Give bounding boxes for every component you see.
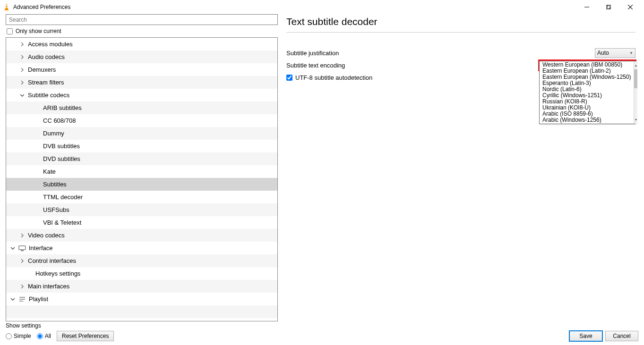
only-show-current-checkbox[interactable]: Only show current	[6, 25, 278, 37]
chevron-right-icon[interactable]	[19, 68, 25, 72]
tree-item-label: Subtitles	[43, 181, 67, 188]
footer: Show settings Simple All Reset Preferenc…	[0, 321, 644, 341]
svg-rect-3	[6, 7, 8, 8]
close-button[interactable]	[619, 0, 641, 14]
chevron-right-icon[interactable]	[19, 81, 25, 84]
tree-item-label: DVB subtitles	[43, 143, 80, 150]
tree-item-label: Audio codecs	[28, 53, 65, 60]
dropdown-option[interactable]: Cyrillic (Windows-1251)	[540, 93, 634, 99]
tree-item-label: ARIB subtitles	[43, 104, 82, 111]
chevron-right-icon[interactable]	[19, 234, 25, 237]
tree-item[interactable]: Main interfaces	[6, 280, 277, 293]
panel-title: Text subtitle decoder	[286, 14, 635, 33]
tree-item[interactable]: Stream filters	[6, 76, 277, 89]
dropdown-option[interactable]: Eastern European (Latin-2)	[540, 68, 634, 74]
dropdown-option[interactable]: Western European (IBM 00850)	[540, 62, 634, 68]
tree-item[interactable]: Access modules	[6, 38, 277, 50]
tree-item-label: DVD subtitles	[43, 155, 80, 162]
tree-item-label: Subtitle codecs	[28, 92, 69, 99]
scroll-up-button[interactable]: ▲	[634, 61, 637, 69]
tree-item[interactable]: Playlist	[6, 293, 277, 305]
subtitle-justification-combo[interactable]: Auto ▼	[595, 48, 635, 58]
dropdown-option[interactable]: Arabic (ISO 8859-6)	[540, 111, 634, 117]
tree-scroll[interactable]: Access modulesAudio codecsDemuxersStream…	[6, 38, 277, 321]
chevron-down-icon[interactable]	[19, 93, 25, 97]
titlebar: Advanced Preferences	[0, 0, 644, 14]
tree-item[interactable]: USFSubs	[6, 203, 277, 216]
chevron-down-icon[interactable]	[10, 297, 16, 301]
tree-item[interactable]	[6, 305, 277, 318]
utf8-autodetect-label: UTF-8 subtitle autodetection	[295, 74, 372, 81]
tree-item-label: TTML decoder	[43, 194, 83, 201]
dropdown-option[interactable]: Arabic (Windows-1256)	[540, 117, 634, 123]
tree-item[interactable]: Kate	[6, 165, 277, 178]
chevron-right-icon[interactable]	[19, 285, 25, 288]
tree-item[interactable]: Subtitles	[6, 178, 277, 191]
tree-item-label: Dummy	[43, 130, 64, 137]
tree-item[interactable]: Control interfaces	[6, 254, 277, 267]
chevron-right-icon[interactable]	[19, 42, 25, 46]
tree-item-label: Demuxers	[28, 66, 56, 73]
tree-item-label: CC 608/708	[43, 117, 76, 124]
tree-item-label: Main interfaces	[28, 283, 69, 290]
svg-rect-6	[607, 5, 611, 8]
show-settings-label: Show settings	[6, 322, 114, 329]
chevron-down-icon[interactable]	[10, 246, 16, 250]
window-title: Advanced Preferences	[13, 4, 70, 10]
tree-item[interactable]: VBI & Teletext	[6, 216, 277, 229]
tree-item[interactable]: Interface	[6, 242, 277, 254]
dropdown-option[interactable]: Eastern European (Windows-1250)	[540, 74, 634, 80]
encoding-dropdown-list[interactable]: Western European (IBM 00850)Eastern Euro…	[539, 61, 635, 124]
only-show-current-box[interactable]	[7, 28, 13, 34]
chevron-right-icon[interactable]	[19, 55, 25, 59]
scroll-down-button[interactable]: ▼	[634, 116, 637, 124]
search-input[interactable]	[6, 14, 278, 25]
tree-item[interactable]: TTML decoder	[6, 191, 277, 203]
all-radio[interactable]: All	[37, 333, 51, 339]
tree-item-label: Interface	[29, 244, 53, 252]
tree-item[interactable]: Video codecs	[6, 229, 277, 242]
playlist-icon	[18, 295, 26, 303]
vlc-cone-icon	[3, 3, 10, 11]
scroll-thumb[interactable]	[634, 69, 637, 88]
chevron-down-icon: ▼	[629, 51, 633, 55]
tree-item[interactable]: CC 608/708	[6, 114, 277, 127]
interface-icon	[18, 244, 26, 252]
dropdown-option[interactable]: Esperanto (Latin-3)	[540, 80, 634, 86]
maximize-button[interactable]	[598, 0, 619, 14]
minimize-button[interactable]	[576, 0, 598, 14]
tree-item[interactable]: DVB subtitles	[6, 140, 277, 152]
svg-rect-9	[19, 246, 26, 250]
tree-item[interactable]: Audio codecs	[6, 50, 277, 63]
dropdown-option[interactable]: Russian (KOI8-R)	[540, 99, 634, 105]
dropdown-option[interactable]: Ukrainian (KOI8-U)	[540, 105, 634, 111]
save-button[interactable]: Save	[569, 331, 602, 341]
tree-item[interactable]: Demuxers	[6, 63, 277, 76]
subtitle-encoding-label: Subtitle text encoding	[286, 62, 539, 69]
left-panel: Only show current Access modulesAudio co…	[6, 14, 278, 321]
preferences-tree: Access modulesAudio codecsDemuxersStream…	[6, 37, 278, 321]
cancel-button[interactable]: Cancel	[605, 331, 638, 341]
tree-item[interactable]: Hotkeys settings	[6, 267, 277, 280]
tree-item[interactable]: Dummy	[6, 127, 277, 140]
dropdown-scrollbar[interactable]: ▲ ▼	[634, 61, 637, 124]
tree-item-label: Kate	[43, 168, 56, 175]
dropdown-option[interactable]: Nordic (Latin-6)	[540, 86, 634, 93]
svg-marker-0	[5, 4, 8, 9]
utf8-autodetect-box[interactable]	[286, 75, 292, 81]
tree-item-label: Video codecs	[28, 232, 65, 239]
simple-radio[interactable]: Simple	[6, 333, 31, 339]
only-show-current-label: Only show current	[16, 28, 61, 34]
window-controls	[576, 0, 641, 14]
svg-rect-5	[606, 6, 610, 9]
tree-item[interactable]: ARIB subtitles	[6, 101, 277, 114]
tree-item-label: Hotkeys settings	[35, 270, 80, 277]
svg-rect-1	[5, 9, 9, 10]
tree-item-label: Stream filters	[28, 79, 64, 86]
reset-preferences-button[interactable]: Reset Preferences	[57, 331, 114, 341]
subtitle-justification-label: Subtitle justification	[286, 50, 595, 57]
tree-item[interactable]: Subtitle codecs	[6, 89, 277, 101]
chevron-right-icon[interactable]	[19, 259, 25, 263]
tree-item[interactable]: DVD subtitles	[6, 152, 277, 165]
svg-rect-10	[21, 250, 24, 251]
